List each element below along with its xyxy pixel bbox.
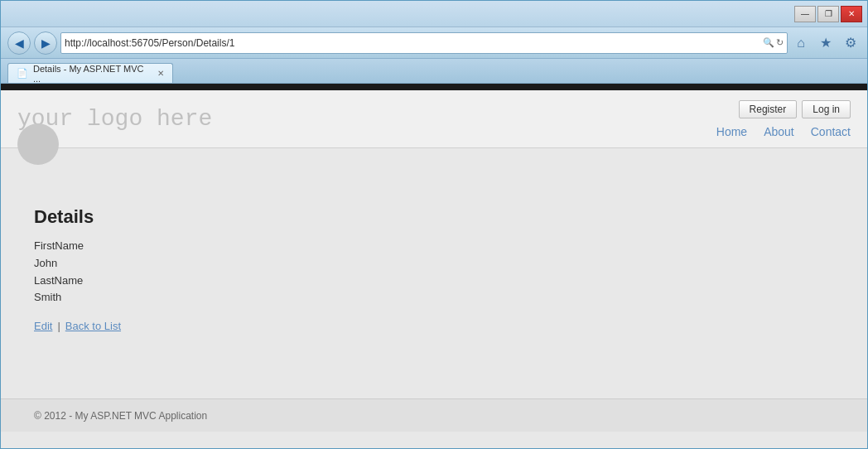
link-separator: | [57,320,60,332]
page-top-bar [1,84,867,90]
field-lastname-value: Smith [34,289,834,307]
search-icon[interactable]: 🔍 [763,37,774,48]
field-firstname-value: John [34,255,834,273]
address-bar[interactable] [65,37,760,49]
action-links: Edit | Back to List [34,320,834,332]
back-button[interactable]: ◀ [7,31,31,55]
browser-toolbar: ◀ ▶ 🔍 ↻ ⌂ ★ ⚙ [1,27,867,59]
browser-body: your logo here Register Log in Home Abou… [1,84,867,448]
site-header: your logo here Register Log in Home Abou… [1,90,867,148]
back-icon: ◀ [15,36,24,50]
close-button[interactable]: ✕ [841,6,862,22]
logo-circle [17,123,59,165]
nav-links: Home About Contact [716,125,851,138]
auth-buttons: Register Log in [739,100,851,118]
field-firstname-label: FirstName [34,238,834,255]
site-main-content: Details FirstName John LastName Smith Ed… [1,173,867,349]
tab-favicon: 📄 [17,68,28,79]
register-button[interactable]: Register [739,100,798,118]
tab-bar: 📄 Details - My ASP.NET MVC ... ✕ [1,59,867,84]
back-to-list-link[interactable]: Back to List [65,320,121,332]
forward-button[interactable]: ▶ [34,31,57,55]
maximize-button[interactable]: ❐ [817,6,839,22]
settings-icon[interactable]: ⚙ [841,33,861,53]
page-content: your logo here Register Log in Home Abou… [1,90,867,448]
login-button[interactable]: Log in [802,100,851,118]
nav-home[interactable]: Home [716,125,747,138]
site-header-right: Register Log in Home About Contact [716,100,851,138]
footer-text: © 2012 - My ASP.NET MVC Application [34,410,207,422]
site-footer: © 2012 - My ASP.NET MVC Application [1,398,867,432]
toolbar-right: ⌂ ★ ⚙ [791,33,861,53]
home-icon[interactable]: ⌂ [791,33,811,53]
favorites-icon[interactable]: ★ [816,33,836,53]
refresh-icon[interactable]: ↻ [776,37,784,48]
field-lastname-label: LastName [34,273,834,290]
tab-close-button[interactable]: ✕ [157,69,164,78]
minimize-button[interactable]: — [794,6,816,22]
page-title: Details [34,206,834,228]
edit-link[interactable]: Edit [34,320,52,332]
tab-title: Details - My ASP.NET MVC ... [33,64,152,84]
address-bar-container: 🔍 ↻ [60,32,788,54]
active-tab[interactable]: 📄 Details - My ASP.NET MVC ... ✕ [7,63,173,83]
address-icons: 🔍 ↻ [763,37,784,48]
nav-contact[interactable]: Contact [811,125,851,138]
nav-about[interactable]: About [764,125,794,138]
title-bar: — ❐ ✕ [1,1,867,27]
forward-icon: ▶ [41,36,51,50]
